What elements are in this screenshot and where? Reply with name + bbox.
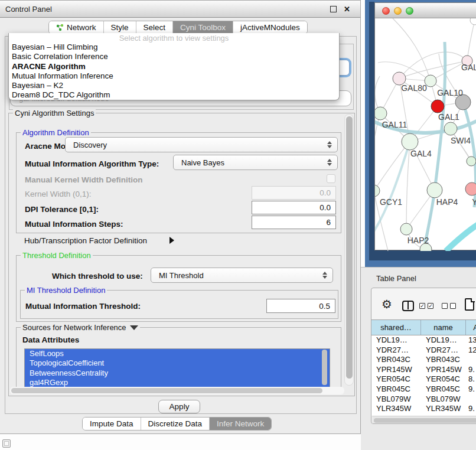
column-header[interactable]: A — [466, 320, 476, 335]
node-hap4[interactable] — [427, 182, 442, 198]
algorithm-definition-group: Algorithm Definition Aracne Mode: Discov… — [16, 132, 341, 233]
tab-impute-data[interactable]: Impute Data — [83, 418, 141, 430]
close-traffic-light-icon[interactable] — [382, 7, 390, 15]
mi-threshold-field[interactable]: 0.5 — [266, 299, 335, 313]
mi-threshold-definition-group: MI Threshold Definition Mutual Informati… — [20, 290, 338, 319]
gear-icon[interactable]: ⚙ — [382, 297, 392, 311]
control-panel-titlebar: Control Panel ✕ — [0, 1, 360, 18]
network-window-titlebar[interactable] — [375, 3, 476, 18]
cell: YDR27… — [371, 345, 421, 356]
network-window-focus-frame — [369, 2, 374, 260]
settings-horizontal-scrollbar-thumb[interactable] — [11, 388, 322, 393]
table-row[interactable]: YDR27…YDR27…12 — [371, 345, 476, 356]
which-threshold-label: Which threshold to use: — [52, 272, 143, 281]
column-header[interactable]: shared… — [371, 320, 421, 335]
network-graph: GAL GAL80 GAL10 GAL1 GAL11 SWI4 GAL4 GCY… — [375, 18, 476, 251]
mi-steps-field[interactable]: 6 — [252, 216, 336, 229]
stepper-icon — [322, 271, 327, 279]
collapse-arrow-icon[interactable] — [130, 325, 138, 330]
cyni-settings-caption: Cyni Algorithm Settings — [13, 109, 96, 118]
tab-jactivemnodules[interactable]: jActiveMNodules — [233, 21, 307, 34]
manual-kernel-checkbox[interactable] — [327, 174, 335, 183]
sources-caption: Sources for Network Inference — [22, 323, 126, 332]
tab-infer-network[interactable]: Infer Network — [210, 418, 271, 430]
tab-infer-network-label: Infer Network — [217, 419, 264, 428]
list-item[interactable]: TopologicalCoefficient — [25, 358, 330, 368]
float-window-icon[interactable] — [330, 6, 337, 12]
mi-threshold-caption: MI Threshold Definition — [25, 286, 107, 295]
minimized-panel-icon[interactable] — [2, 439, 11, 448]
dropdown-item[interactable]: Bayesian – K2 — [9, 81, 339, 90]
table-horizontal-scrollbar-thumb[interactable] — [374, 418, 476, 423]
dpi-tolerance-label: DPI Tolerance [0,1]: — [25, 205, 99, 214]
cell: YER054C — [371, 374, 421, 384]
close-icon[interactable]: ✕ — [343, 5, 351, 13]
node-unlabeled[interactable] — [470, 18, 476, 25]
dpi-tolerance-field[interactable]: 0.0 — [252, 201, 336, 214]
settings-vertical-scrollbar-thumb[interactable] — [346, 116, 353, 379]
list-item[interactable]: BetweennessCentrality — [25, 369, 330, 378]
tab-select[interactable]: Select — [136, 21, 174, 34]
cell: YLR345W — [371, 404, 421, 414]
table-row[interactable]: YBR045CYBR045C9. — [371, 384, 476, 394]
expand-arrow-icon[interactable] — [169, 237, 174, 244]
mi-algorithm-type-combobox[interactable]: Naive Bayes — [173, 155, 338, 170]
deselect-all-checkboxes-icon[interactable] — [442, 303, 456, 309]
dropdown-item[interactable]: Dream8 DC_TDC Algorithm — [9, 90, 339, 100]
apply-button[interactable]: Apply — [158, 400, 200, 413]
cyni-mode-tabbar: Impute Data Discretize Data Infer Networ… — [82, 417, 272, 431]
zoom-traffic-light-icon[interactable] — [406, 7, 413, 15]
aracne-mode-value: Discovery — [73, 141, 107, 149]
node-label: GAL10 — [437, 88, 463, 97]
node-gcy1[interactable] — [375, 185, 380, 197]
table-row[interactable]: YBL079WYBL079W — [371, 394, 476, 405]
table-row[interactable]: YER054CYER054C8. — [371, 374, 476, 384]
dropdown-item[interactable]: Mutual Information Inference — [9, 71, 339, 81]
tab-discretize-data-label: Discretize Data — [148, 419, 203, 428]
data-attributes-list[interactable]: SelfLoops TopologicalCoefficient Between… — [24, 348, 330, 387]
node-gal1-selected-red[interactable] — [431, 100, 444, 113]
control-panel-window: Control Panel ✕ Network Style Select Cyn… — [0, 0, 361, 434]
export-table-icon[interactable] — [465, 298, 474, 311]
split-view-icon[interactable] — [402, 301, 414, 311]
node-gal4[interactable] — [402, 133, 418, 150]
tab-cyni-toolbox[interactable]: Cyni Toolbox — [173, 21, 233, 34]
which-threshold-combobox[interactable]: MI Threshold — [151, 268, 333, 283]
tab-network-label: Network — [67, 23, 96, 32]
column-header[interactable]: name — [421, 320, 466, 335]
tab-network[interactable]: Network — [49, 21, 104, 34]
list-item[interactable]: SelfLoops — [25, 349, 330, 358]
node-label: GAL4 — [410, 149, 432, 158]
cell: YBR043C — [371, 355, 421, 365]
cell — [466, 355, 476, 365]
select-all-checkboxes-icon[interactable]: ✓✓ — [419, 303, 433, 309]
mi-type-label: Mutual Information Algorithm Type: — [25, 159, 159, 168]
node-salmon[interactable] — [465, 182, 476, 195]
dropdown-hint: Select algorithm to view settings — [9, 34, 339, 43]
network-canvas[interactable]: GAL GAL80 GAL10 GAL1 GAL11 SWI4 GAL4 GCY… — [375, 18, 476, 251]
node-hap2[interactable] — [400, 223, 412, 235]
dropdown-item[interactable]: Bayesian – Hill Climbing — [9, 43, 339, 52]
kernel-width-field: 0.0 — [252, 186, 336, 200]
node-unlabeled[interactable] — [467, 156, 476, 166]
tab-discretize-data[interactable]: Discretize Data — [141, 418, 210, 430]
node-gal11[interactable] — [375, 107, 387, 120]
aracne-mode-combobox[interactable]: Discovery — [65, 137, 338, 152]
node-label: HAP4 — [436, 197, 458, 207]
node-label: GAL1 — [438, 112, 459, 122]
list-scrollbar[interactable] — [322, 350, 327, 385]
node-label: Y — [472, 197, 476, 207]
cyni-algorithm-settings-group: Cyni Algorithm Settings Algorithm Defini… — [8, 113, 355, 396]
table-row[interactable]: YDL19…YDL19…13 — [371, 335, 476, 345]
tab-style[interactable]: Style — [104, 21, 136, 34]
table-row[interactable]: YLR345WYLR345W9. — [371, 404, 476, 414]
hub-definition-label[interactable]: Hub/Transcription Factor Definition — [24, 236, 147, 245]
dropdown-item[interactable]: Basic Correlation Inference — [9, 52, 339, 61]
minimize-traffic-light-icon[interactable] — [394, 7, 402, 15]
dropdown-item-highlighted[interactable]: ARACNE Algorithm — [9, 62, 339, 71]
list-item[interactable]: gal4RGexp — [25, 378, 330, 387]
table-horizontal-scrollbar[interactable] — [372, 416, 476, 423]
node-swi4[interactable] — [444, 122, 457, 135]
table-row[interactable]: YPR145WYPR145W9. — [371, 365, 476, 375]
table-row[interactable]: YBR043CYBR043C — [371, 355, 476, 365]
